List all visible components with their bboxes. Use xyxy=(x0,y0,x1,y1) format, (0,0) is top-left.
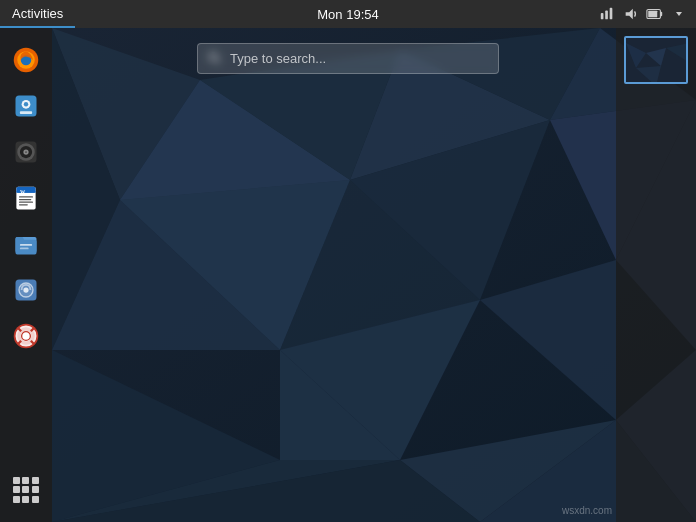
dock-item-software-center[interactable] xyxy=(6,86,46,126)
tray-menu-icon[interactable] xyxy=(670,5,688,23)
search-input[interactable] xyxy=(197,43,499,74)
watermark: wsxdn.com xyxy=(562,505,612,516)
apps-grid-icon xyxy=(9,473,43,507)
dock-item-help[interactable] xyxy=(6,316,46,356)
volume-icon[interactable] xyxy=(622,5,640,23)
svg-rect-51 xyxy=(19,202,33,203)
svg-point-59 xyxy=(23,287,28,292)
svg-rect-55 xyxy=(20,244,32,246)
svg-point-40 xyxy=(24,102,28,106)
svg-rect-50 xyxy=(19,199,31,200)
dock-item-app-grid[interactable] xyxy=(6,470,46,510)
system-tray xyxy=(598,5,696,23)
svg-rect-30 xyxy=(648,11,657,17)
svg-rect-39 xyxy=(20,111,32,114)
workspace-panel xyxy=(616,28,696,522)
svg-marker-27 xyxy=(626,9,633,20)
activities-label: Activities xyxy=(12,6,63,21)
svg-rect-26 xyxy=(610,8,613,20)
search-container xyxy=(197,43,499,74)
dock-item-files[interactable] xyxy=(6,224,46,264)
svg-rect-25 xyxy=(605,10,608,19)
battery-icon[interactable] xyxy=(646,5,664,23)
clock: Mon 19:54 xyxy=(317,7,378,22)
svg-rect-24 xyxy=(601,13,604,19)
svg-rect-49 xyxy=(19,196,33,197)
svg-rect-56 xyxy=(20,248,29,250)
workspace-thumbnail[interactable] xyxy=(624,36,688,84)
dock-item-firefox[interactable] xyxy=(6,40,46,80)
svg-text:W: W xyxy=(20,189,26,195)
network-icon[interactable] xyxy=(598,5,616,23)
dock-item-settings[interactable] xyxy=(6,270,46,310)
dock-item-writer[interactable]: W xyxy=(6,178,46,218)
svg-rect-29 xyxy=(660,12,662,17)
dock-item-rhythmbox[interactable] xyxy=(6,132,46,172)
svg-point-67 xyxy=(21,331,32,342)
svg-marker-31 xyxy=(676,12,682,16)
topbar: Activities Mon 19:54 xyxy=(0,0,696,28)
svg-point-45 xyxy=(25,151,27,153)
activities-button[interactable]: Activities xyxy=(0,0,75,28)
dock: W xyxy=(0,28,52,522)
svg-rect-52 xyxy=(19,204,28,205)
